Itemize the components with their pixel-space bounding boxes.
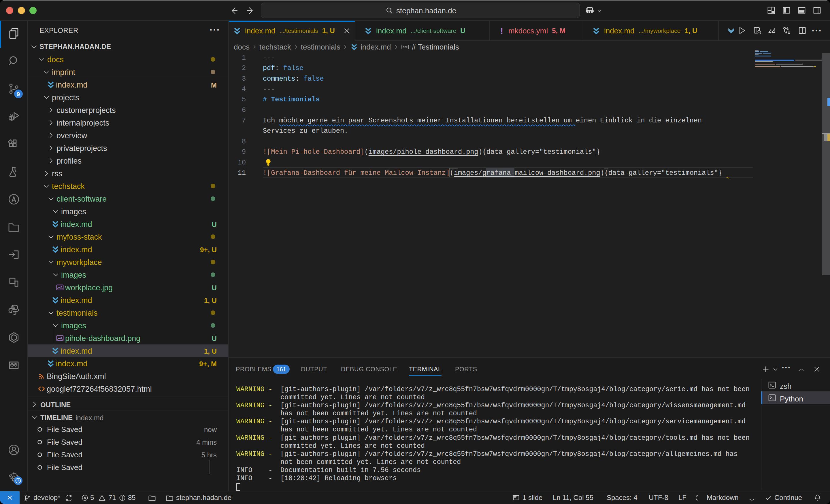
svg-text:abc: abc <box>403 45 407 49</box>
